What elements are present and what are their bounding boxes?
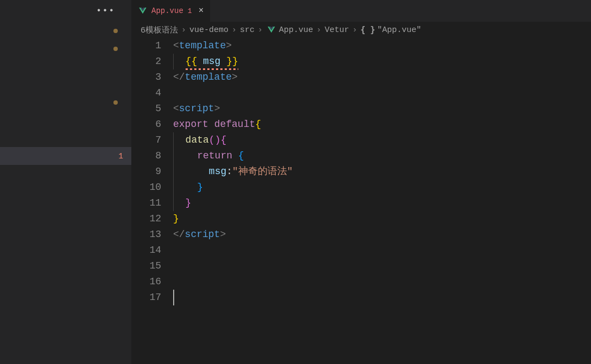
line-number: 6 (132, 117, 161, 132)
breadcrumb-item[interactable]: src (240, 25, 255, 35)
chevron-icon: › (181, 25, 186, 35)
line-number: 14 (132, 242, 161, 258)
close-icon[interactable]: × (196, 6, 204, 16)
chevron-icon: › (352, 25, 357, 35)
code-line[interactable]: return { (173, 148, 591, 164)
vue-file-icon (138, 7, 147, 15)
line-gutter: 1234567891011121314151617 (132, 38, 173, 364)
code-line[interactable] (173, 274, 591, 290)
code-line[interactable]: {{ msg }} (173, 54, 591, 69)
sidebar-header: ••• (0, 0, 131, 22)
line-number: 11 (132, 195, 161, 211)
code-line[interactable]: <script> (173, 101, 591, 117)
line-number: 1 (132, 38, 161, 54)
line-number: 3 (132, 69, 161, 85)
chevron-icon: › (316, 25, 321, 35)
sidebar-item-active[interactable]: 1 (0, 147, 131, 165)
code-content[interactable]: <template> {{ msg }}</template><script>e… (173, 38, 591, 364)
code-line[interactable] (173, 242, 591, 258)
vue-file-icon (267, 25, 276, 34)
code-line[interactable]: export default{ (173, 117, 591, 132)
breadcrumb-item[interactable]: "App.vue" (377, 25, 421, 35)
line-number: 13 (132, 227, 161, 242)
breadcrumb-item[interactable]: App.vue (279, 25, 313, 35)
line-number: 2 (132, 54, 161, 69)
code-line[interactable]: msg:"神奇的语法" (173, 164, 591, 180)
sidebar-items: 1 (0, 22, 131, 165)
tab-problem-count: 1 (188, 7, 192, 15)
line-number: 10 (132, 180, 161, 195)
line-number: 5 (132, 101, 161, 117)
tab-bar: App.vue 1 × (132, 0, 591, 22)
code-line[interactable] (173, 290, 591, 305)
main-area: App.vue 1 × 6模板语法 › vue-demo › src › App… (132, 0, 591, 364)
error-underline: {{ msg }} (186, 54, 238, 69)
modified-dot-icon (113, 47, 118, 51)
problem-badge: 1 (119, 152, 123, 161)
code-line[interactable]: </template> (173, 69, 591, 85)
code-line[interactable] (173, 85, 591, 101)
code-line[interactable]: } (173, 211, 591, 227)
explorer-sidebar: ••• 1 (0, 0, 132, 364)
line-number: 9 (132, 164, 161, 180)
breadcrumb-item[interactable]: 6模板语法 (141, 25, 178, 35)
code-line[interactable]: } (173, 195, 591, 211)
sidebar-item[interactable] (0, 40, 131, 58)
modified-dot-icon (113, 100, 118, 105)
line-number: 15 (132, 258, 161, 274)
code-line[interactable]: data(){ (173, 132, 591, 148)
breadcrumb-item[interactable]: vue-demo (189, 25, 228, 35)
braces-icon: { } (360, 25, 375, 35)
line-number: 16 (132, 274, 161, 290)
modified-dot-icon (113, 29, 118, 33)
more-icon[interactable]: ••• (96, 6, 115, 16)
tab-app-vue[interactable]: App.vue 1 × (132, 0, 210, 22)
line-number: 4 (132, 85, 161, 101)
sidebar-item[interactable] (0, 22, 131, 40)
chevron-icon: › (258, 25, 263, 35)
code-line[interactable]: } (173, 180, 591, 195)
sidebar-item[interactable] (0, 93, 131, 111)
line-number: 7 (132, 132, 161, 148)
code-editor[interactable]: 1234567891011121314151617 <template> {{ … (132, 38, 591, 364)
code-line[interactable]: </script> (173, 227, 591, 242)
line-number: 17 (132, 290, 161, 305)
line-number: 12 (132, 211, 161, 227)
line-number: 8 (132, 148, 161, 164)
code-line[interactable] (173, 258, 591, 274)
code-line[interactable]: <template> (173, 38, 591, 54)
breadcrumb[interactable]: 6模板语法 › vue-demo › src › App.vue › Vetur… (132, 22, 591, 38)
tab-filename: App.vue (151, 7, 183, 15)
breadcrumb-item[interactable]: Vetur (325, 25, 349, 35)
chevron-icon: › (232, 25, 237, 35)
